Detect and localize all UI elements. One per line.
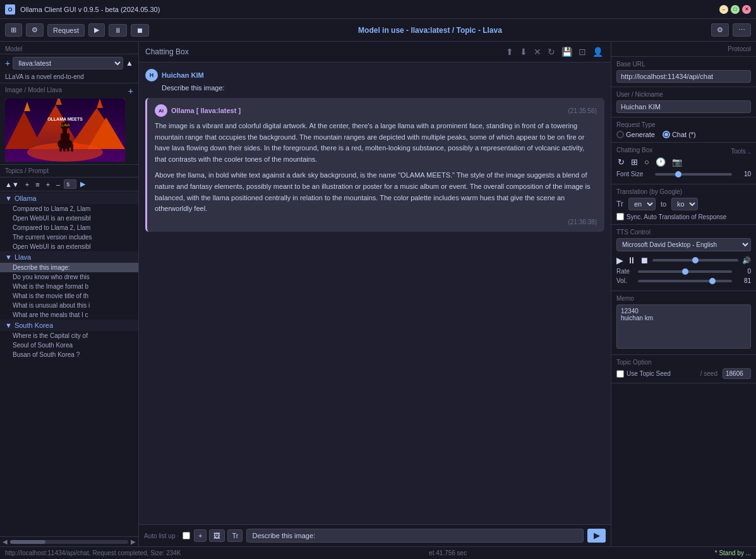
tts-play-button[interactable]: ▶ [616,255,623,265]
app-icon: O [5,4,15,15]
chat-tool-btn-1[interactable]: + [194,529,207,542]
tts-pause-button[interactable]: ⏸ [627,255,636,265]
tts-voice-select[interactable]: Microsoft David Desktop - English [616,238,751,251]
font-size-slider[interactable] [655,173,732,176]
pause-button[interactable]: ⏸ [109,24,127,37]
topic-item-describe[interactable]: Describe this image: [0,263,138,272]
tts-main-slider[interactable] [652,259,738,261]
topic-item[interactable]: What are the meals that I c [0,310,138,320]
chatting-box-section: Chatting Box Tools .. ↻ ⊞ ○ 🕐 📷 Font Siz… [611,143,756,184]
chat-refresh-button[interactable]: ↻ [546,45,556,58]
topic-item[interactable]: What is the movie title of th [0,291,138,301]
topics-list-button[interactable]: ≡ [33,179,42,189]
rate-value: 0 [736,268,751,275]
auto-list-checkbox[interactable] [183,532,190,539]
topic-item[interactable]: Open WebUI is an extensibl [0,242,138,251]
topic-item[interactable]: Do you know who drew this [0,272,138,282]
user-nickname-label: User / Nickname [616,91,751,98]
topics-plus2-button[interactable]: + [44,179,52,189]
protocol-title: Protocol [611,42,756,57]
topic-item[interactable]: What is the Image format b [0,282,138,291]
trans-from-select[interactable]: en [628,198,656,210]
model-select[interactable]: llava:latest [13,57,123,69]
llava-image: OLLAMA MEETS LLAVA [5,99,125,162]
image-section: Image / Model Llava + [0,83,138,165]
base-url-input[interactable] [616,70,751,83]
topic-item[interactable]: Compared to Llama 2, Llam [0,223,138,232]
maximize-button[interactable]: □ [731,5,740,14]
tool-refresh-icon[interactable]: ↻ [616,156,626,168]
radio-generate[interactable]: Generate [616,131,655,138]
topic-item[interactable]: The current version includes [0,232,138,242]
topic-option-row: Use Topic Seed / seed [616,368,751,379]
sync-checkbox[interactable] [616,213,624,220]
tool-clock-icon[interactable]: 🕐 [654,156,667,168]
topic-item[interactable]: What is unusual about this i [0,301,138,310]
vol-label: Vol. [616,277,634,284]
tts-stop-button[interactable]: ⏹ [640,255,649,265]
request-type-section: Request Type Generate Chat (*) [611,117,756,143]
memo-label: Memo [616,295,751,302]
chat-upload-button[interactable]: ⬆ [505,45,515,58]
seed-input[interactable] [723,368,751,379]
topics-search-input[interactable] [64,179,76,189]
topic-group-llava[interactable]: ▼ Llava [0,251,138,263]
left-panel: Model + llava:latest ▲ LLaVA is a novel … [0,42,139,546]
chat-input-field[interactable] [246,529,584,543]
topics-sort-button[interactable]: ▲▼ [3,179,21,189]
topics-add-button[interactable]: + [23,179,32,189]
topic-item[interactable]: Seoul of South Korea [0,340,138,350]
topics-run-button[interactable]: ▶ [78,179,88,189]
chat-download-button[interactable]: ⬇ [519,45,529,58]
scroll-left-button[interactable]: ◀ [3,538,8,545]
add-model-icon[interactable]: + [5,58,10,68]
tool-circle-icon[interactable]: ○ [643,156,651,168]
minimize-button[interactable]: – [719,5,728,14]
chat-user-button[interactable]: 👤 [591,45,604,58]
memo-section: Memo 12340 huichan km [611,291,756,355]
svg-rect-10 [59,144,62,152]
request-button[interactable]: Request [47,24,85,37]
model-expand-button[interactable]: ▲ [126,59,133,68]
chat-tool-btn-2[interactable]: 🖼 [209,529,225,542]
more-button[interactable]: ⋯ [733,23,751,37]
svg-text:OLLAMA MEETS: OLLAMA MEETS [47,117,83,121]
chat-send-button[interactable]: ▶ [587,529,606,543]
tts-volume-icon: 🔊 [742,256,751,265]
chat-save-button[interactable]: 💾 [560,45,573,58]
font-size-value: 10 [736,171,751,177]
rate-row: Rate 0 [616,268,751,275]
horizontal-scrollbar[interactable] [10,540,128,544]
vol-slider[interactable] [638,280,732,282]
chat-tool-btn-3[interactable]: Tr [227,529,243,542]
topic-item[interactable]: Compared to Llama 2, Llam [0,204,138,213]
user-nickname-section: User / Nickname [611,87,756,117]
stop-button[interactable]: ⏹ [131,24,149,37]
topics-minus-button[interactable]: – [54,179,63,189]
settings-button[interactable]: ⚙ [26,23,44,37]
topic-item[interactable]: Busan of South Korea ? [0,350,138,359]
topic-group-south-korea[interactable]: ▼ South Korea [0,320,138,331]
play-button[interactable]: ▶ [88,23,105,37]
gear-button[interactable]: ⚙ [711,23,729,37]
trans-to-label: to [661,200,666,208]
chat-header-icons: ⬆ ⬇ ✕ ↻ 💾 ⊡ 👤 [505,45,604,58]
chat-close-button[interactable]: ✕ [532,45,543,58]
grid-button[interactable]: ⊞ [5,23,22,37]
topic-item[interactable]: Open WebUI is an extensibl [0,213,138,223]
memo-textarea[interactable]: 12340 huichan km [616,304,751,349]
radio-chat[interactable]: Chat (*) [663,131,696,138]
tool-camera-icon[interactable]: 📷 [671,156,683,168]
scroll-right-button[interactable]: ▶ [131,538,136,545]
trans-to-select[interactable]: ko [671,198,698,210]
close-button[interactable]: ✕ [742,5,751,14]
toolbar: ⊞ ⚙ Request ▶ ⏸ ⏹ Model in use - llava:l… [0,19,756,42]
chat-expand-button[interactable]: ⊡ [577,45,587,58]
topic-item[interactable]: Where is the Capital city of [0,331,138,340]
use-topic-seed-checkbox[interactable] [616,370,624,378]
user-nickname-input[interactable] [616,100,751,113]
tool-grid-icon[interactable]: ⊞ [630,156,639,168]
topic-group-ollama[interactable]: ▼ Ollama [0,193,138,204]
add-image-button[interactable]: + [128,86,133,96]
rate-slider[interactable] [638,270,732,273]
